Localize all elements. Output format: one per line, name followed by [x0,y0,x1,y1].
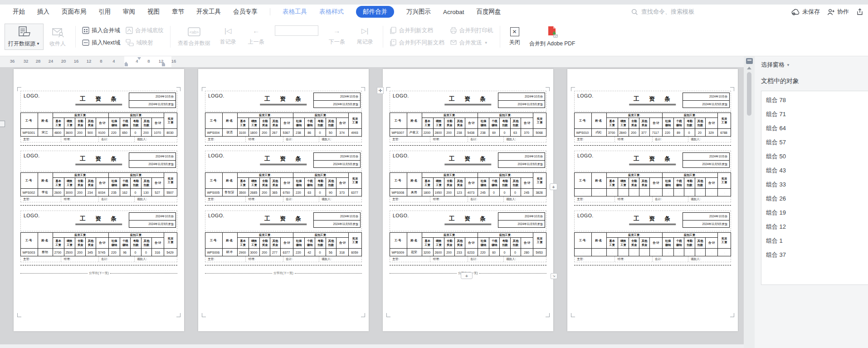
slip-data-cell[interactable]: 0 [315,189,326,196]
slip-data-cell[interactable]: 316 [152,249,164,256]
object-list-item[interactable]: 组合 43 [761,163,868,177]
last-record-button[interactable]: ▷| 尾记录 [351,25,379,48]
merge-field-shading-button[interactable]: 合并域底纹 [126,27,164,34]
merge-to-new-doc-button[interactable]: 合并到新文档 [390,27,444,34]
slip-data-cell[interactable]: 130 [141,189,151,196]
slip-data-cell[interactable]: 86 [305,129,315,137]
slip-data-cell[interactable]: 365 [270,189,281,196]
first-record-button[interactable]: |◁ 首记录 [214,25,242,48]
slip-data-cell[interactable]: 6034 [96,189,108,196]
slip-data-cell[interactable]: 6377 [349,189,362,196]
slip-data-cell[interactable]: WPS002 [21,189,38,196]
slip-table[interactable]: 工·号姓·名应发工资应扣工资实发工资基本工资绩效工资全勤奖金其他奖金合·计社保缴… [390,232,546,256]
menu-tab-插入[interactable]: 插入 [37,8,49,16]
object-list-item[interactable]: 组合 33 [761,177,868,191]
slip-data-cell[interactable]: 武松 [591,129,606,137]
slip-data-cell[interactable] [639,249,650,256]
slip-data-cell[interactable] [629,249,639,256]
slip-data-cell[interactable] [575,249,592,256]
slip-table[interactable]: 工·号姓·名应发工资应扣工资实发工资基本工资绩效工资全勤奖金其他奖金合·计社保缴… [20,113,177,137]
slip-data-cell[interactable]: 233 [455,249,465,256]
slip-data-cell[interactable]: 3100 [237,129,249,137]
slip-data-cell[interactable]: WPS008 [390,189,407,196]
merge-to-diff-new-doc-button[interactable]: 合并到不同新文档 [390,39,444,47]
slip-data-cell[interactable]: 0 [131,129,141,137]
slip-data-cell[interactable]: 60 [489,249,500,256]
menu-tab-审阅[interactable]: 审阅 [123,8,135,16]
menu-tab-章节[interactable]: 章节 [172,8,184,16]
slip-data-cell[interactable]: 235 [109,189,120,196]
slip-data-cell[interactable]: 277 [270,249,281,256]
slip-data-cell[interactable]: 6059 [349,249,362,256]
slip-data-cell[interactable]: WPS010 [575,129,592,137]
slip-data-cell[interactable]: 318 [336,249,349,256]
menu-tab-邮件合并[interactable]: 邮件合并 [356,6,394,18]
menu-tab-百度网盘[interactable]: 百度网盘 [477,8,501,16]
object-list-item[interactable]: 组合 26 [761,191,868,206]
slip-data-cell[interactable]: 9100 [96,129,108,137]
slip-data-cell[interactable]: 63 [510,129,521,137]
slip-data-cell[interactable]: 89 [674,129,684,137]
slip-table[interactable]: 工·号姓·名应发工资应扣工资实发工资基本工资绩效工资全勤奖金其他奖金合·计社保缴… [20,232,177,256]
slip-data-cell[interactable]: 238 [293,129,305,137]
slip-data-cell[interactable]: 0 [510,249,521,256]
slip-data-cell[interactable]: 200 [444,249,455,256]
slip-data-cell[interactable]: 2900 [237,249,249,256]
slip-data-cell[interactable]: 220 [293,189,305,196]
slip-table[interactable]: 工·号姓·名应发工资应扣工资实发工资基本工资绩效工资全勤奖金其他奖金合·计社保缴… [574,113,731,137]
table-move-handle-icon[interactable]: ✛ [377,87,384,94]
slip-data-cell[interactable]: 2600 [53,189,64,196]
slip-data-cell[interactable]: 5438 [465,129,478,137]
slip-data-cell[interactable]: 5745 [96,249,108,256]
slip-data-cell[interactable] [649,249,662,256]
slip-data-cell[interactable]: 3828 [533,189,546,196]
vertical-scrollbar[interactable] [744,56,755,348]
slip-data-cell[interactable]: WPS004 [205,129,223,137]
slip-data-cell[interactable]: WPS006 [205,249,223,256]
slip-data-cell[interactable]: 张清 [222,129,237,137]
slip-table[interactable]: 工·号姓·名应发工资应扣工资实发工资基本工资绩效工资全勤奖金其他奖金合·计社保缴… [574,172,731,196]
slip-data-cell[interactable]: 2600 [433,249,444,256]
menu-tab-会员专享[interactable]: 会员专享 [233,8,258,16]
close-merge-button[interactable]: ✕ 关闭 [504,25,526,49]
slip-data-cell[interactable]: 6377 [280,249,293,256]
next-record-button[interactable]: → 下一条 [323,25,351,48]
slip-data-cell[interactable]: 5367 [280,129,293,137]
slip-data-cell[interactable] [674,249,684,256]
table-insert-row-button[interactable]: + [461,272,473,279]
hanging-indent-marker[interactable] [124,62,128,66]
slip-data-cell[interactable]: 377 [639,129,650,137]
slip-data-cell[interactable]: 5429 [164,249,177,256]
slip-data-cell[interactable]: 0 [684,129,695,137]
slip-data-cell[interactable]: 李逵 [38,189,53,196]
slip-data-cell[interactable]: 2700 [53,249,64,256]
slip-data-cell[interactable]: 162 [120,189,131,196]
slip-data-cell[interactable]: 秦明 [38,249,53,256]
slip-table[interactable]: 工·号姓·名应发工资应扣工资实发工资基本工资绩效工资全勤奖金其他奖金合·计社保缴… [20,172,177,196]
record-number-input[interactable] [275,25,318,36]
slip-data-cell[interactable]: 0 [315,249,326,256]
slip-data-cell[interactable] [591,249,606,256]
table-resize-handle[interactable]: ⇲ [551,273,557,279]
slip-data-cell[interactable] [695,189,705,196]
insert-next-field-button[interactable]: 插入Next域 [82,39,120,47]
scrollbar-thumb[interactable] [747,72,751,116]
table-insert-column-button[interactable]: + [550,183,557,190]
slip-data-cell[interactable]: 2840 [618,129,629,137]
slip-table[interactable]: 工·号姓·名应发工资应扣工资实发工资基本工资绩效工资全勤奖金其他奖金合·计社保缴… [390,172,546,196]
slip-table[interactable]: 工·号姓·名应发工资应扣工资实发工资基本工资绩效工资全勤奖金其他奖金合·计社保缴… [205,232,362,256]
open-data-source-button[interactable]: 打开数据源▼ [5,24,44,50]
document-page[interactable]: LOGO.工 资 条2024年10月份2024年11月5日发放工·号姓·名应发工… [383,69,553,331]
slip-data-cell[interactable]: 329 [706,129,718,137]
collaborate-button[interactable]: 协作 [827,8,849,16]
slip-data-cell[interactable]: 4993 [349,129,362,137]
slip-data-cell[interactable]: 1950 [433,189,444,196]
slip-data-cell[interactable]: 0 [131,249,141,256]
slip-data-cell[interactable]: 220 [109,249,120,256]
slip-data-cell[interactable]: 2500 [64,249,75,256]
slip-data-cell[interactable] [639,189,650,196]
slip-data-cell[interactable]: 1070 [152,129,164,137]
slip-data-cell[interactable]: 8030 [164,129,177,137]
slip-data-cell[interactable]: 鲁智深 [222,189,237,196]
slip-data-cell[interactable]: 3600 [64,129,75,137]
